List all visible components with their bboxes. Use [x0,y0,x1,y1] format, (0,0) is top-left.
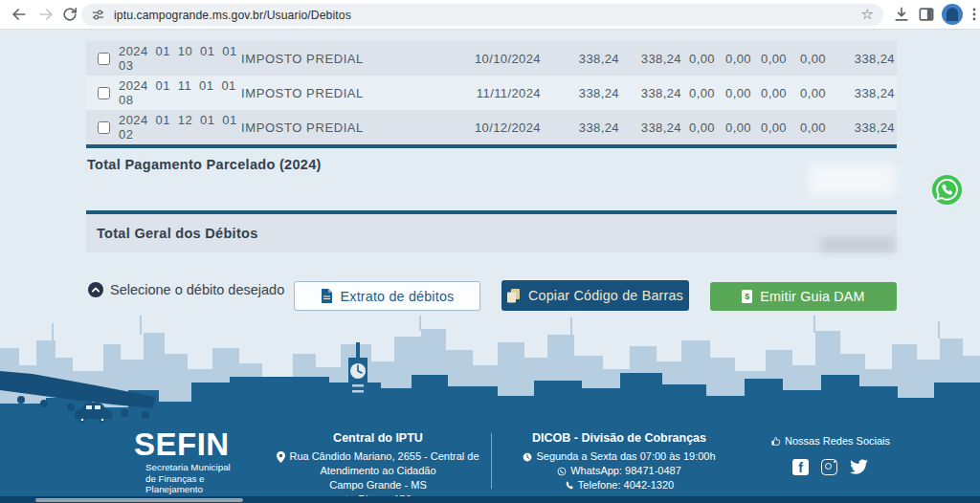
total-geral-row: Total Geral dos Débitos [86,214,897,252]
value-cell: 0,00 [715,52,751,66]
parcela-code: 2024 01 11 01 01 08 [119,78,241,107]
button-label: Extrato de débitos [341,289,455,304]
facebook-f: f [798,461,803,475]
value-cell: 338,24 [826,52,895,66]
social-title: Nossas Redes Sociais [785,434,890,448]
social-section: Nossas Redes Sociais f [742,434,919,475]
value-cell: 338,24 [619,52,681,66]
dicob-title: DICOB - Divisão de Cobranças [505,431,733,446]
central-iptu-section: Central do IPTU Rua Cândido Mariano, 265… [266,431,490,503]
dam-document-icon: $ [742,290,752,303]
due-date: 11/11/2024 [413,86,541,100]
value-cell: 0,00 [681,86,715,100]
sefin-subtitle-line: Planejamento [145,484,231,495]
facebook-icon[interactable]: f [792,459,809,475]
value-cell: 338,24 [619,120,681,135]
address-line: Atendimento ao Cidadão [266,464,490,478]
pdf-file-icon [321,289,333,303]
due-date: 10/10/2024 [413,52,541,66]
value-cell: 0,00 [681,120,715,135]
address-line: Rua Cândido Mariano, 2655 - Central de [289,449,479,464]
debit-checkbox[interactable] [98,87,110,99]
forward-arrow-icon[interactable] [36,5,56,24]
refresh-icon[interactable] [60,5,79,24]
copy-icon [507,289,521,303]
button-label: Emitir Guia DAM [760,289,864,304]
phone-icon [565,481,574,491]
debit-checkbox[interactable] [98,53,110,65]
whatsapp-float-button[interactable] [931,174,963,206]
value-cell: 338,24 [619,86,681,100]
value-cell: 338,24 [541,120,619,135]
footer-bottom-strip [0,496,980,503]
debit-checkbox[interactable] [98,121,110,134]
value-cell: 338,24 [826,120,895,135]
debits-page: 2024 01 10 01 01 03 IMPOSTO PREDIAL 10/1… [0,30,980,503]
value-cell: 338,24 [541,52,619,66]
value-cell: 0,00 [715,86,751,100]
due-date: 10/12/2024 [413,120,541,135]
profile-avatar[interactable] [942,4,963,25]
footer-divider [491,433,492,489]
table-row: 2024 01 10 01 01 03 IMPOSTO PREDIAL 10/1… [86,41,897,76]
table-row: 2024 01 11 01 01 08 IMPOSTO PREDIAL 11/1… [86,76,897,110]
site-settings-icon[interactable] [91,8,105,22]
arrow-up-circle-icon [88,282,103,297]
url-bar[interactable]: iptu.campogrande.ms.gov.br/Usuario/Debit… [81,4,883,26]
emitir-guia-dam-button[interactable]: $ Emitir Guia DAM [710,282,897,311]
menu-dots-icon[interactable] [965,5,980,24]
page-footer: SEFIN Secretaria Municipal de Finanças e… [0,424,980,496]
hours-line: Segunda a Sexta das 07:00 às 19:00h [536,449,715,464]
total-parcelado-label: Total Pagamento Parcelado (2024) [87,157,322,172]
value-cell: 0,00 [751,52,787,66]
back-arrow-icon[interactable] [10,5,29,24]
sefin-subtitle-line: de Finanças e [145,473,231,485]
value-cell: 0,00 [751,120,787,135]
parcela-code: 2024 01 10 01 01 03 [119,44,241,73]
sefin-subtitle-line: Secretaria Municipal [145,462,231,473]
value-cell: 0,00 [787,52,826,66]
location-pin-icon [277,451,285,463]
value-cell: 338,24 [826,86,895,100]
side-panel-icon[interactable] [917,5,936,24]
browser-toolbar: iptu.campogrande.ms.gov.br/Usuario/Debit… [0,0,980,30]
sefin-logo: SEFIN Secretaria Municipal de Finanças e… [134,430,231,495]
redacted-value [809,164,895,195]
redacted-value [821,237,895,252]
scrollbar-thumb[interactable] [35,498,243,502]
bookmark-star-icon[interactable]: ☆ [861,8,874,22]
value-cell: 0,00 [787,86,826,100]
value-cell: 338,24 [541,86,619,100]
hint-text: Selecione o débito desejado [110,282,284,297]
dicob-section: DICOB - Divisão de Cobranças Segunda a S… [505,431,733,492]
value-cell: 0,00 [715,120,751,135]
debits-table: 2024 01 10 01 01 03 IMPOSTO PREDIAL 10/1… [86,41,897,148]
button-label: Copiar Código de Barras [528,288,683,303]
value-cell: 0,00 [787,120,826,135]
select-debit-hint: Selecione o débito desejado [88,282,284,297]
avatar-person-icon [947,8,958,21]
central-iptu-title: Central do IPTU [266,431,490,446]
whatsapp-line: WhatsApp: 98471-0487 [570,464,681,478]
address-line: Campo Grande - MS [266,478,490,492]
debit-description: IMPOSTO PREDIAL [241,120,413,135]
debit-description: IMPOSTO PREDIAL [241,86,413,100]
table-row: 2024 01 12 01 01 02 IMPOSTO PREDIAL 10/1… [86,110,897,144]
url-text[interactable]: iptu.campogrande.ms.gov.br/Usuario/Debit… [114,9,351,22]
phone-line: Telefone: 4042-1320 [578,478,674,492]
twitter-icon[interactable] [850,459,868,475]
value-cell: 0,00 [681,52,715,66]
total-geral-label: Total Geral dos Débitos [97,226,258,241]
copiar-codigo-barras-button[interactable]: Copiar Código de Barras [501,280,689,311]
debit-description: IMPOSTO PREDIAL [241,52,413,66]
thumbs-up-icon [770,436,781,447]
parcela-code: 2024 01 12 01 01 02 [119,113,241,142]
instagram-icon[interactable] [821,459,837,475]
extrato-debitos-button[interactable]: Extrato de débitos [294,281,480,311]
whatsapp-icon [557,467,567,476]
value-cell: 0,00 [751,86,787,100]
sefin-logo-text: SEFIN [134,430,231,459]
clock-icon [523,452,532,462]
city-skyline-graphic [0,316,980,424]
download-icon[interactable] [892,5,911,24]
